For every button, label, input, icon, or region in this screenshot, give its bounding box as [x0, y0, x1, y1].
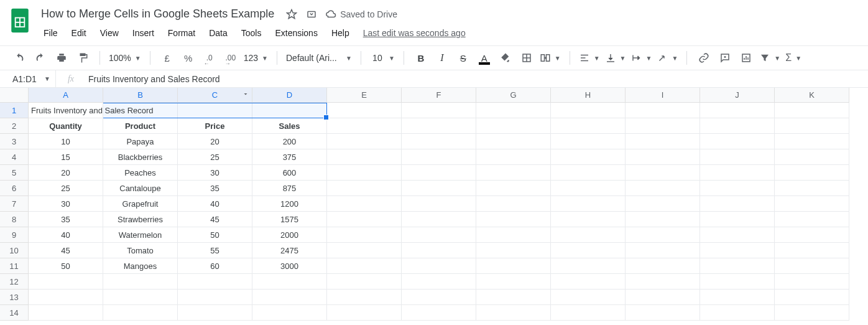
cell[interactable]: 2475: [252, 243, 327, 258]
row-header-1[interactable]: 1: [0, 103, 29, 118]
currency-button[interactable]: £: [159, 50, 175, 66]
col-header-B[interactable]: B: [103, 88, 178, 103]
cell[interactable]: 1575: [252, 212, 327, 227]
row-header-9[interactable]: 9: [0, 227, 29, 243]
cell[interactable]: [402, 227, 476, 243]
cell[interactable]: [700, 181, 775, 196]
cell[interactable]: [775, 134, 849, 149]
cell[interactable]: [327, 227, 402, 243]
insert-chart-button[interactable]: [738, 50, 754, 66]
menu-help[interactable]: Help: [325, 26, 356, 40]
cell[interactable]: Price: [178, 118, 252, 134]
cell[interactable]: Blackberries: [103, 149, 178, 165]
cell[interactable]: [402, 274, 476, 290]
menu-file[interactable]: File: [37, 26, 64, 40]
cell[interactable]: [476, 181, 551, 196]
print-button[interactable]: [53, 50, 70, 66]
cell[interactable]: [476, 227, 551, 243]
bold-button[interactable]: B: [413, 50, 429, 66]
filter-dropdown[interactable]: ▼: [759, 52, 780, 64]
cell[interactable]: Peaches: [103, 165, 178, 181]
functions-dropdown[interactable]: Σ▼: [785, 52, 801, 64]
cell[interactable]: [402, 118, 476, 134]
cell[interactable]: [402, 258, 476, 274]
cell[interactable]: Fruits Inventory and Sales Record: [29, 103, 103, 118]
cell[interactable]: [626, 165, 700, 181]
cloud-status[interactable]: Saved to Drive: [325, 9, 397, 20]
cell[interactable]: [178, 274, 252, 290]
cell[interactable]: [402, 165, 476, 181]
cell[interactable]: [700, 118, 775, 134]
cell[interactable]: [103, 290, 178, 305]
cell[interactable]: Strawberries: [103, 212, 178, 227]
cell[interactable]: [626, 274, 700, 290]
cell[interactable]: 1200: [252, 196, 327, 212]
font-dropdown[interactable]: Default (Ari... ▼: [286, 53, 352, 63]
formula-input[interactable]: [86, 70, 868, 87]
cell[interactable]: Grapefruit: [103, 196, 178, 212]
col-header-A[interactable]: A: [29, 88, 103, 103]
cell[interactable]: [626, 290, 700, 305]
cell[interactable]: [402, 290, 476, 305]
text-rotation-dropdown[interactable]: ▼: [657, 52, 678, 64]
cell[interactable]: 30: [178, 165, 252, 181]
col-header-D[interactable]: D: [252, 88, 327, 103]
cell[interactable]: [476, 274, 551, 290]
cell[interactable]: [476, 165, 551, 181]
cell[interactable]: [551, 258, 626, 274]
cell[interactable]: 40: [178, 196, 252, 212]
cell[interactable]: [551, 243, 626, 258]
doc-title[interactable]: How to Merge Cells in Google Sheets Exam…: [37, 6, 278, 22]
row-header-11[interactable]: 11: [0, 258, 29, 274]
row-header-3[interactable]: 3: [0, 134, 29, 149]
cell[interactable]: 200: [252, 134, 327, 149]
cell[interactable]: [252, 305, 327, 321]
col-header-H[interactable]: H: [551, 88, 626, 103]
cell[interactable]: [476, 134, 551, 149]
italic-button[interactable]: I: [434, 50, 450, 66]
cell[interactable]: 40: [29, 227, 103, 243]
cell[interactable]: [327, 165, 402, 181]
cell[interactable]: [402, 243, 476, 258]
cell[interactable]: [551, 134, 626, 149]
undo-button[interactable]: [11, 50, 27, 66]
merge-cells-dropdown[interactable]: ▼: [540, 52, 561, 64]
cell[interactable]: Papaya: [103, 134, 178, 149]
cell[interactable]: [178, 305, 252, 321]
cell[interactable]: [551, 165, 626, 181]
cell[interactable]: [775, 149, 849, 165]
cell[interactable]: [775, 227, 849, 243]
cell[interactable]: [327, 149, 402, 165]
redo-button[interactable]: [32, 50, 48, 66]
row-header-13[interactable]: 13: [0, 290, 29, 305]
col-header-G[interactable]: G: [476, 88, 551, 103]
menu-extensions[interactable]: Extensions: [269, 26, 323, 40]
fill-color-button[interactable]: [497, 50, 514, 66]
cell[interactable]: [551, 149, 626, 165]
strikethrough-button[interactable]: S: [455, 50, 471, 66]
cell[interactable]: 875: [252, 181, 327, 196]
cell[interactable]: [551, 305, 626, 321]
cell[interactable]: 30: [29, 196, 103, 212]
cell[interactable]: [700, 134, 775, 149]
cell[interactable]: 35: [178, 181, 252, 196]
cell[interactable]: [476, 290, 551, 305]
cell[interactable]: [29, 290, 103, 305]
cell[interactable]: [476, 149, 551, 165]
cell[interactable]: Mangoes: [103, 258, 178, 274]
cell[interactable]: [327, 103, 402, 118]
cell[interactable]: [402, 181, 476, 196]
cell[interactable]: 35: [29, 212, 103, 227]
cell[interactable]: 45: [29, 243, 103, 258]
cell[interactable]: [775, 212, 849, 227]
menu-edit[interactable]: Edit: [65, 26, 93, 40]
menu-data[interactable]: Data: [203, 26, 234, 40]
cell[interactable]: Product: [103, 118, 178, 134]
row-header-10[interactable]: 10: [0, 243, 29, 258]
cell[interactable]: [327, 134, 402, 149]
cell[interactable]: [402, 305, 476, 321]
cell[interactable]: [327, 258, 402, 274]
row-header-7[interactable]: 7: [0, 196, 29, 212]
cell[interactable]: [551, 274, 626, 290]
cell[interactable]: [626, 196, 700, 212]
